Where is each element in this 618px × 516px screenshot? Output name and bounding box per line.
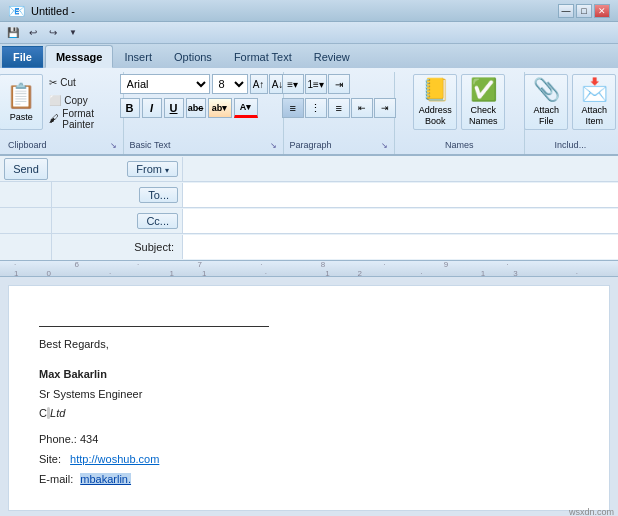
address-book-button[interactable]: 📒 Address Book	[413, 74, 457, 130]
check-names-button[interactable]: ✅ Check Names	[461, 74, 505, 130]
paste-label: Paste	[10, 112, 33, 122]
clipboard-group: 📋 Paste ✂ Cut ⬜ Copy 🖌 Format Painter C	[2, 72, 124, 154]
include-label: Includ...	[555, 140, 587, 152]
send-button[interactable]: Send	[4, 158, 48, 180]
attach-file-icon: 📎	[533, 77, 560, 103]
subject-row: Subject:	[0, 234, 618, 260]
redo-quick-button[interactable]: ↪	[44, 24, 62, 42]
copy-button[interactable]: ⬜ Copy	[45, 92, 125, 109]
align-left-button[interactable]: ≡	[282, 98, 304, 118]
sig-site: Site: http://woshub.com	[39, 450, 579, 470]
send-area: Send	[0, 158, 52, 180]
format-painter-button[interactable]: 🖌 Format Painter	[45, 110, 125, 127]
quick-access-toolbar: 💾 ↩ ↪ ▼	[0, 22, 618, 44]
undo-quick-button[interactable]: ↩	[24, 24, 42, 42]
watermark: wsxdn.com	[569, 507, 614, 516]
address-book-label: Address Book	[414, 105, 456, 127]
title-bar: 📧 Untitled - — □ ✕	[0, 0, 618, 22]
decrease-indent-button[interactable]: ⇤	[351, 98, 373, 118]
tab-message[interactable]: Message	[45, 45, 113, 68]
maximize-button[interactable]: □	[576, 4, 592, 18]
signature-text: Best Regards, Max Bakarlin Sr Systems En…	[39, 335, 579, 490]
email-highlight[interactable]: mbakarlin.	[80, 473, 131, 485]
ruler: · 1 · 2 · 3 · 4 · 5 · 6 · 7 · 8 · 9 · 10…	[0, 261, 618, 277]
subject-input[interactable]	[182, 235, 618, 259]
tab-insert[interactable]: Insert	[113, 46, 163, 68]
paste-icon: 📋	[6, 82, 36, 110]
paste-button[interactable]: 📋 Paste	[0, 74, 43, 130]
attach-item-icon: 📩	[581, 77, 608, 103]
numbered-list-button[interactable]: 1≡▾	[305, 74, 327, 94]
basic-text-expand[interactable]: ↘	[270, 141, 277, 150]
paragraph-group: ≡▾ 1≡▾ ⇥ ≡ ⋮ ≡ ⇤ ⇥ Paragraph ↘	[284, 72, 395, 154]
close-button[interactable]: ✕	[594, 4, 610, 18]
sig-company: C Ltd	[39, 404, 579, 424]
tab-format-text[interactable]: Format Text	[223, 46, 303, 68]
attach-item-button[interactable]: 📩 Attach Item	[572, 74, 616, 130]
basic-text-group: Arial 8 A↑ A↓ B I U abc ab▾ A▾ Basic Tex	[124, 72, 284, 154]
strikethrough-button[interactable]: abc	[186, 98, 206, 118]
attach-file-button[interactable]: 📎 Attach File	[524, 74, 568, 130]
cut-button[interactable]: ✂ Cut	[45, 74, 125, 91]
cc-input[interactable]	[182, 209, 618, 233]
sig-phone: Phone.: 434	[39, 430, 579, 450]
bullet-list-button[interactable]: ≡▾	[282, 74, 304, 94]
font-size-select[interactable]: 8	[212, 74, 248, 94]
sig-email: E-mail: mbakarlin.	[39, 470, 579, 490]
ribbon: 📋 Paste ✂ Cut ⬜ Copy 🖌 Format Painter C	[0, 68, 618, 156]
minimize-button[interactable]: —	[558, 4, 574, 18]
from-dropdown-button[interactable]: From ▾	[127, 161, 178, 177]
best-regards: Best Regards,	[39, 335, 579, 355]
cc-button[interactable]: Cc...	[137, 213, 178, 229]
underline-button[interactable]: U	[164, 98, 184, 118]
copy-icon: ⬜	[49, 95, 61, 106]
increase-indent-button[interactable]: ⇥	[374, 98, 396, 118]
tab-options[interactable]: Options	[163, 46, 223, 68]
save-quick-button[interactable]: 💾	[4, 24, 22, 42]
check-names-label: Check Names	[462, 105, 504, 127]
to-row: To...	[0, 182, 618, 208]
list-row: ≡▾ 1≡▾ ⇥	[282, 74, 396, 94]
window-title: Untitled -	[31, 5, 75, 17]
paragraph-expand[interactable]: ↘	[381, 141, 388, 150]
font-color-button[interactable]: A▾	[234, 98, 258, 118]
font-family-select[interactable]: Arial	[120, 74, 210, 94]
to-input[interactable]	[182, 183, 618, 207]
include-content: 📎 Attach File 📩 Attach Item	[524, 74, 616, 140]
clipboard-content: 📋 Paste ✂ Cut ⬜ Copy 🖌 Format Painter	[0, 74, 125, 140]
clipboard-small-buttons: ✂ Cut ⬜ Copy 🖌 Format Painter	[45, 74, 125, 127]
font-size-increase[interactable]: A↑	[250, 74, 268, 94]
document-body[interactable]: Best Regards, Max Bakarlin Sr Systems En…	[8, 285, 610, 511]
cut-icon: ✂	[49, 77, 57, 88]
cc-label-group: Cc...	[52, 213, 182, 229]
address-book-icon: 📒	[422, 77, 449, 103]
bold-button[interactable]: B	[120, 98, 140, 118]
check-names-icon: ✅	[470, 77, 497, 103]
window-controls: — □ ✕	[558, 4, 610, 18]
basic-text-label: Basic Text	[130, 140, 171, 152]
sig-title: Sr Systems Engineer	[39, 385, 579, 405]
ruler-inner: · 1 · 2 · 3 · 4 · 5 · 6 · 7 · 8 · 9 · 10…	[0, 261, 618, 276]
clipboard-label: Clipboard	[8, 140, 47, 152]
tab-file[interactable]: File	[2, 46, 43, 68]
align-right-button[interactable]: ≡	[328, 98, 350, 118]
site-link[interactable]: http://woshub.com	[70, 453, 159, 465]
tab-review[interactable]: Review	[303, 46, 361, 68]
from-row: Send From ▾	[0, 156, 618, 182]
highlight-button[interactable]: ab▾	[208, 98, 232, 118]
italic-button[interactable]: I	[142, 98, 162, 118]
quick-access-dropdown[interactable]: ▼	[64, 24, 82, 42]
compose-area: Send From ▾ To... Cc... Subject:	[0, 156, 618, 261]
app-icon: 📧	[8, 3, 25, 19]
cc-row: Cc...	[0, 208, 618, 234]
indent-button[interactable]: ⇥	[328, 74, 350, 94]
attach-file-label: Attach File	[525, 105, 567, 127]
clipboard-expand[interactable]: ↘	[110, 141, 117, 150]
align-row: ≡ ⋮ ≡ ⇤ ⇥	[282, 98, 396, 118]
to-button[interactable]: To...	[139, 187, 178, 203]
format-painter-icon: 🖌	[49, 113, 59, 124]
attach-item-label: Attach Item	[573, 105, 615, 127]
align-center-button[interactable]: ⋮	[305, 98, 327, 118]
from-input[interactable]	[182, 157, 618, 181]
paragraph-label: Paragraph	[290, 140, 332, 152]
